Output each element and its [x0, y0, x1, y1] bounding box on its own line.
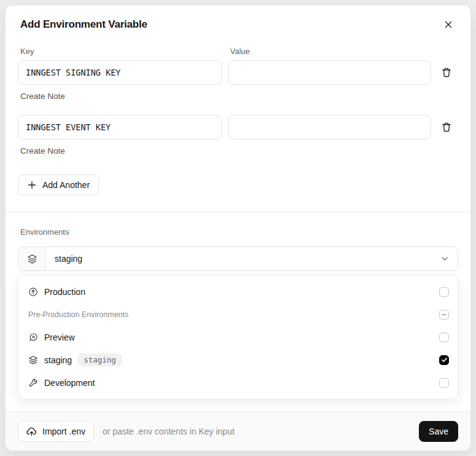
env-option-label: Production — [44, 287, 85, 297]
selected-environment: staging — [46, 254, 440, 264]
environments-dropdown-panel: Production Pre-Production Environments — [18, 275, 458, 399]
preview-icon — [28, 332, 38, 342]
pre-production-checkbox[interactable] — [439, 310, 449, 320]
env-option-label: staging — [44, 355, 72, 365]
import-env-label: Import .env — [42, 427, 85, 436]
select-icon-cell — [18, 247, 46, 270]
env-option-development[interactable]: Development — [18, 371, 458, 394]
environments-label: Environments — [18, 227, 458, 237]
create-note-button-2[interactable]: Create Note — [20, 146, 65, 155]
env-option-preview[interactable]: Preview — [18, 326, 458, 348]
staging-checkbox[interactable] — [439, 355, 449, 365]
delete-row-2-button[interactable] — [437, 118, 456, 136]
development-checkbox[interactable] — [439, 378, 449, 388]
page-title: Add Environment Variable — [20, 18, 147, 31]
value-input-2[interactable] — [228, 115, 432, 140]
import-env-button[interactable]: Import .env — [18, 421, 94, 442]
production-icon — [28, 287, 38, 297]
trash-icon — [441, 122, 452, 133]
env-var-form: Key Value Create Note — [6, 32, 470, 211]
environments-select[interactable]: staging — [18, 246, 458, 271]
add-another-button[interactable]: Add Another — [18, 175, 99, 195]
pre-production-group-row: Pre-Production Environments — [18, 303, 458, 326]
delete-row-1-button[interactable] — [437, 63, 456, 82]
trash-icon — [441, 67, 452, 78]
key-label: Key — [18, 47, 222, 56]
paste-hint-text: or paste .env contents in Key input — [103, 427, 419, 436]
value-input-1[interactable] — [228, 60, 432, 85]
preview-checkbox[interactable] — [439, 332, 449, 342]
env-option-production[interactable]: Production — [18, 280, 458, 303]
wrench-icon — [28, 378, 38, 388]
value-label: Value — [228, 47, 432, 56]
upload-cloud-icon — [26, 427, 37, 437]
modal-footer: Import .env or paste .env contents in Ke… — [6, 412, 470, 450]
production-checkbox[interactable] — [439, 287, 449, 297]
env-option-label: Preview — [44, 332, 75, 342]
env-option-label: Development — [44, 378, 95, 388]
layers-icon — [28, 355, 38, 365]
field-labels-row: Key Value — [18, 47, 456, 56]
close-button[interactable] — [441, 17, 456, 32]
key-input-1[interactable] — [18, 60, 222, 85]
save-button[interactable]: Save — [419, 421, 458, 442]
modal-header: Add Environment Variable — [6, 6, 470, 32]
create-note-button-1[interactable]: Create Note — [20, 92, 65, 101]
staging-slug-badge: staging — [78, 353, 122, 366]
note-row-1: Create Note — [18, 90, 456, 101]
chevron-down-icon — [440, 254, 458, 264]
env-var-row-2 — [18, 115, 456, 140]
environments-section: Environments staging — [6, 211, 470, 399]
plus-icon — [27, 180, 37, 190]
layers-icon — [27, 254, 37, 264]
env-option-staging[interactable]: staging staging — [18, 348, 458, 371]
add-another-label: Add Another — [42, 180, 90, 190]
note-row-2: Create Note — [18, 145, 456, 156]
trash-spacer — [437, 47, 456, 56]
env-var-row-1 — [18, 60, 456, 85]
key-input-2[interactable] — [18, 115, 222, 140]
close-icon — [443, 20, 453, 29]
pre-production-group-label: Pre-Production Environments — [28, 310, 433, 319]
add-env-variable-modal: Add Environment Variable Key Value — [5, 5, 471, 451]
